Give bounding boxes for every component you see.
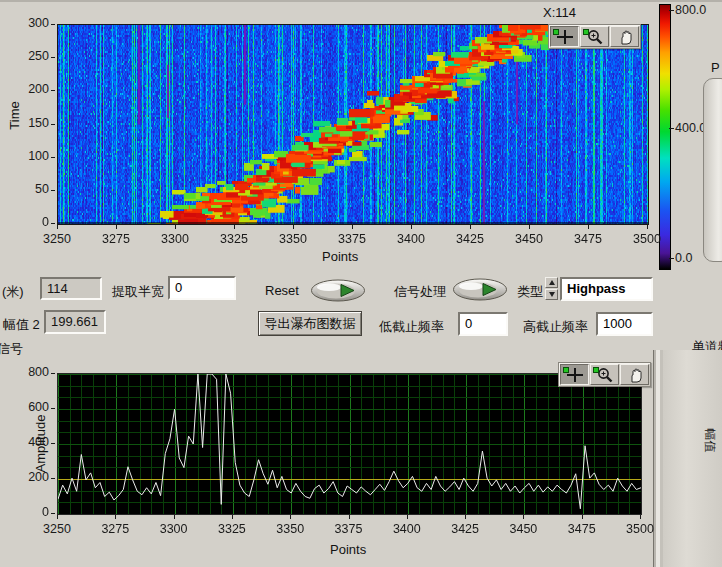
x-tick-label: 3475 [566, 522, 598, 536]
right-edge-slider[interactable] [703, 78, 722, 262]
x-tick-label: 3500 [631, 232, 663, 246]
x-tick-label: 3375 [336, 232, 368, 246]
pan-hand-icon [615, 29, 635, 45]
x-tick-mark [529, 225, 530, 229]
x-tick-label: 3450 [507, 522, 539, 536]
distance-value-display: 114 [40, 277, 102, 300]
clipped-right-label-p: P [711, 60, 720, 75]
y-tick-label: 200 [13, 82, 49, 96]
zoom-tool-button[interactable] [580, 26, 609, 47]
increment-icon[interactable] [545, 277, 558, 288]
reset-toggle-button[interactable] [310, 279, 366, 306]
x-tick-mark [582, 515, 583, 519]
crosshair-tool-button[interactable] [550, 26, 579, 47]
x-tick-mark [232, 515, 233, 519]
y-tick-mark [51, 124, 55, 125]
x-tick-label: 3475 [572, 232, 604, 246]
y-tick-mark [51, 190, 55, 191]
low-cutoff-label: 低截止频率 [379, 318, 444, 336]
high-cutoff-input[interactable]: 1000 [596, 312, 653, 336]
colorbar-max-label: 800.0 [675, 3, 706, 17]
y-tick-mark [51, 373, 55, 374]
waterfall-plot[interactable] [57, 24, 649, 225]
tool-active-indicator [553, 29, 559, 35]
pan-hand-icon [625, 367, 645, 383]
y-tick-mark [51, 24, 55, 25]
signal-plot[interactable] [57, 373, 642, 515]
x-tick-mark [352, 225, 353, 229]
x-tick-label: 3350 [274, 522, 306, 536]
type-label: 类型 [517, 283, 543, 301]
x-tick-mark [640, 515, 641, 519]
x-tick-mark [115, 515, 116, 519]
x-tick-label: 3325 [218, 232, 250, 246]
crosshair-tool-button[interactable] [560, 364, 589, 385]
x-tick-mark [234, 225, 235, 229]
y-tick-mark [51, 57, 55, 58]
tool-active-indicator [563, 367, 569, 373]
x-tick-label: 3375 [333, 522, 365, 536]
y-tick-label: 400 [13, 435, 49, 449]
right-side-panel [663, 350, 722, 567]
zoom-tool-button[interactable] [590, 364, 619, 385]
x-tick-label: 3400 [391, 522, 423, 536]
colorbar [659, 4, 671, 270]
y-tick-label: 150 [13, 116, 49, 130]
x-tick-mark [588, 225, 589, 229]
x-tick-mark [470, 225, 471, 229]
high-cutoff-label: 高截止频率 [523, 318, 588, 336]
half-width-label: 提取半宽 [112, 283, 164, 301]
tool-indicator [583, 29, 589, 35]
colorbar-tick [669, 128, 674, 129]
x-tick-mark [57, 225, 58, 229]
y-tick-mark [51, 443, 55, 444]
application-window: Time X:114 800.0 400.0 0.0 [0, 0, 722, 567]
rotated-amplitude-label: 幅值 [701, 429, 718, 453]
filter-type-combo[interactable]: Highpass [560, 277, 653, 301]
x-tick-label: 3300 [159, 232, 191, 246]
signal-processing-label: 信号处理 [394, 283, 446, 301]
x-tick-label: 3300 [158, 522, 190, 536]
y-tick-mark [51, 478, 55, 479]
x-tick-mark [407, 515, 408, 519]
y-tick-label: 600 [13, 400, 49, 414]
colorbar-mid-label: 400.0 [675, 121, 706, 135]
type-spinner[interactable] [545, 277, 558, 301]
x-tick-label: 3500 [624, 522, 656, 536]
y-tick-mark [51, 90, 55, 91]
y-tick-label: 200 [13, 470, 49, 484]
colorbar-tick [669, 258, 674, 259]
x-tick-label: 3325 [216, 522, 248, 536]
x-tick-label: 3400 [395, 232, 427, 246]
x-tick-mark [523, 515, 524, 519]
pan-tool-button[interactable] [620, 364, 649, 385]
y-tick-mark [51, 513, 55, 514]
signal-section-label: 信号 [0, 340, 23, 358]
export-waterfall-data-button[interactable]: 导出瀑布图数据 [258, 311, 362, 336]
amplitude2-value-display: 199.661 [44, 310, 106, 334]
x-tick-label: 3275 [100, 232, 132, 246]
amplitude2-label: 幅值 2 [3, 316, 40, 334]
x-tick-label: 3250 [41, 522, 73, 536]
x-tick-mark [290, 515, 291, 519]
x-tick-label: 3250 [41, 232, 73, 246]
x-tick-label: 3425 [454, 232, 486, 246]
low-cutoff-input[interactable]: 0 [458, 312, 508, 336]
distance-unit-label: (米) [2, 283, 24, 301]
cursor-readout: X:114 [543, 5, 576, 20]
y-tick-mark [51, 223, 55, 224]
window-top-edge [0, 0, 722, 2]
pan-tool-button[interactable] [610, 26, 639, 47]
y-tick-label: 0 [13, 215, 49, 229]
decrement-icon[interactable] [545, 289, 558, 300]
y-tick-mark [51, 157, 55, 158]
half-width-input[interactable]: 0 [168, 276, 236, 300]
y-tick-mark [51, 408, 55, 409]
x-tick-mark [349, 515, 350, 519]
colorbar-tick [669, 10, 674, 11]
y-tick-label: 100 [13, 149, 49, 163]
x-tick-label: 3350 [277, 232, 309, 246]
signal-graph-palette [558, 362, 651, 387]
signal-processing-toggle-button[interactable] [452, 278, 508, 305]
x-tick-mark [411, 225, 412, 229]
